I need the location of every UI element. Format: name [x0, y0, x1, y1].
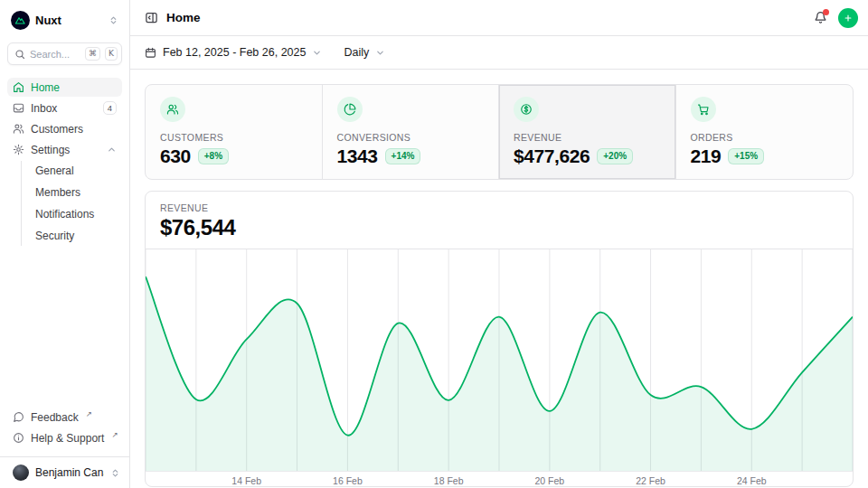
stat-delta-badge: +14% [385, 148, 421, 164]
stat-card-orders[interactable]: ORDERS 219 +15% [676, 85, 854, 179]
add-button[interactable] [838, 8, 858, 28]
x-axis-tick-label: 14 Feb [231, 475, 261, 486]
user-name: Benjamin Canac [35, 466, 104, 479]
stat-value: 1343 [337, 145, 378, 167]
revenue-area-chart [146, 249, 853, 471]
chart-label: REVENUE [160, 202, 838, 213]
kbd-command: ⌘ [85, 47, 100, 61]
stat-card-customers[interactable]: CUSTOMERS 630 +8% [146, 85, 323, 179]
nuxt-logo-icon [11, 11, 30, 30]
sidebar-subitem-label: Notifications [35, 208, 94, 221]
chevron-down-icon [375, 48, 385, 58]
sidebar-item-inbox[interactable]: Inbox 4 [7, 99, 122, 117]
x-axis-labels: 14 Feb16 Feb18 Feb20 Feb22 Feb24 Feb [146, 471, 853, 487]
date-range-value: Feb 12, 2025 - Feb 26, 2025 [163, 46, 306, 59]
period-select[interactable]: Daily [344, 46, 385, 59]
sidebar-item-label: Home [31, 81, 60, 94]
search-placeholder: Search... [30, 49, 80, 60]
footer-link-label: Help & Support [31, 432, 104, 445]
kbd-k: K [105, 47, 118, 61]
stat-card-conversions[interactable]: CONVERSIONS 1343 +14% [323, 85, 500, 179]
stat-delta-badge: +8% [198, 148, 229, 164]
search-icon [14, 49, 25, 60]
stat-label: CONVERSIONS [337, 132, 485, 143]
chart-pie-icon [337, 97, 363, 122]
x-axis-tick-label: 22 Feb [636, 475, 665, 486]
page-title: Home [166, 11, 201, 24]
topbar-actions [812, 8, 858, 28]
inbox-icon [13, 102, 24, 114]
filters-toolbar: Feb 12, 2025 - Feb 26, 2025 Daily [130, 36, 868, 70]
chevron-up-down-icon [110, 468, 120, 478]
x-axis-tick-label: 18 Feb [434, 475, 464, 486]
sidebar-item-home[interactable]: Home [7, 78, 122, 97]
external-link-icon: ↗ [86, 409, 92, 418]
user-menu[interactable]: Benjamin Canac [0, 456, 129, 488]
stat-card-revenue[interactable]: REVENUE $477,626 +20% [499, 85, 676, 179]
date-range-picker[interactable]: Feb 12, 2025 - Feb 26, 2025 [145, 46, 322, 59]
sidebar-item-settings[interactable]: Settings [7, 140, 122, 159]
sidebar-item-general[interactable]: General [28, 161, 122, 181]
sidebar-item-members[interactable]: Members [28, 183, 122, 202]
panel-left-icon [145, 11, 158, 24]
sidebar-item-security[interactable]: Security [28, 226, 122, 246]
sidebar-item-label: Customers [31, 123, 83, 136]
avatar [13, 465, 29, 481]
sidebar-item-label: Settings [31, 144, 70, 156]
circle-dollar-icon [514, 97, 539, 122]
topbar: Home [130, 0, 868, 36]
chart-plot-area[interactable] [146, 249, 853, 471]
chart-header: REVENUE $76,544 [146, 192, 853, 249]
users-icon [160, 97, 185, 122]
footer-link-label: Feedback [31, 411, 79, 424]
chevron-up-icon [107, 145, 117, 155]
notifications-button[interactable] [812, 9, 829, 26]
sidebar-item-notifications[interactable]: Notifications [28, 204, 122, 224]
chevron-up-down-icon [108, 15, 118, 25]
sidebar: Nuxt Search... ⌘ K Home Inbox 4 Customer… [0, 0, 130, 488]
feedback-link[interactable]: Feedback ↗ [7, 408, 122, 427]
help-support-link[interactable]: Help & Support ↗ [7, 428, 122, 447]
stats-row: CUSTOMERS 630 +8% CONVERSIONS 1343 +14% [145, 84, 854, 180]
x-axis-tick-label: 24 Feb [737, 475, 767, 486]
search-input[interactable]: Search... ⌘ K [7, 42, 122, 65]
revenue-chart-card: REVENUE $76,544 14 Feb16 Feb18 Feb20 Feb… [145, 191, 854, 487]
workspace-name: Nuxt [35, 14, 103, 27]
sidebar-item-label: Inbox [31, 102, 57, 115]
notification-dot [823, 9, 829, 15]
stat-value: 219 [691, 145, 722, 167]
stat-delta-badge: +20% [597, 148, 633, 164]
stat-label: REVENUE [514, 132, 661, 143]
x-axis-tick-label: 20 Feb [534, 475, 564, 486]
sidebar-subitem-label: Members [35, 186, 80, 199]
info-circle-icon [13, 432, 24, 444]
stat-value: 630 [160, 145, 191, 167]
gear-icon [13, 144, 24, 155]
sidebar-subitem-label: General [35, 164, 74, 177]
stat-delta-badge: +15% [728, 148, 764, 164]
users-icon [13, 123, 24, 135]
plus-icon [844, 13, 853, 23]
stat-label: ORDERS [691, 132, 839, 143]
inbox-count-badge: 4 [103, 101, 117, 115]
settings-subnav: General Members Notifications Security [21, 161, 122, 246]
external-link-icon: ↗ [111, 430, 118, 439]
x-axis-tick-label: 16 Feb [333, 475, 363, 486]
sidebar-subitem-label: Security [35, 230, 74, 242]
home-icon [13, 81, 24, 93]
main-area: Home Feb 12, 2025 - Feb 26, 2025 Daily [130, 0, 868, 488]
sidebar-item-customers[interactable]: Customers [7, 119, 122, 138]
shopping-cart-icon [691, 97, 716, 122]
sidebar-nav: Home Inbox 4 Customers Settings General … [7, 78, 122, 248]
sidebar-spacer [7, 248, 122, 408]
chevron-down-icon [312, 48, 322, 58]
period-value: Daily [344, 46, 369, 59]
chat-bubble-icon [13, 411, 24, 423]
stat-label: CUSTOMERS [160, 132, 307, 143]
workspace-selector[interactable]: Nuxt [7, 7, 122, 31]
sidebar-toggle-button[interactable] [145, 11, 158, 24]
calendar-icon [145, 47, 156, 59]
dashboard-content: CUSTOMERS 630 +8% CONVERSIONS 1343 +14% [130, 70, 868, 488]
stat-value: $477,626 [514, 145, 590, 167]
sidebar-footer-nav: Feedback ↗ Help & Support ↗ [7, 408, 122, 453]
